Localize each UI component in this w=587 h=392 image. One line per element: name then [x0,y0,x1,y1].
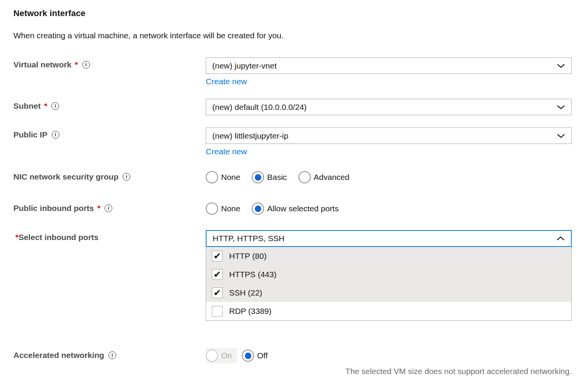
select-inbound-ports-combobox[interactable]: HTTP, HTTPS, SSH [206,230,572,247]
option-ssh-22[interactable]: ✔ SSH (22) [206,284,571,302]
row-virtual-network: Virtual network* i (new) jupyter-vnet Cr… [13,57,572,86]
radio-accelerated-off[interactable]: Off [242,350,268,362]
accelerated-networking-radio-group: On Off [206,348,572,363]
radio-circle-selected [242,350,254,362]
required-asterisk: * [44,101,47,111]
network-interface-form: Virtual network* i (new) jupyter-vnet Cr… [13,57,572,376]
info-icon[interactable]: i [105,204,112,212]
subnet-label: Subnet* i [13,99,206,111]
radio-circle [206,203,218,215]
option-rdp-3389[interactable]: RDP (3389) [206,302,571,320]
section-description: When creating a virtual machine, a netwo… [13,31,572,40]
radio-circle-selected [252,203,264,215]
radio-inbound-none[interactable]: None [206,203,240,215]
radio-nic-nsg-basic[interactable]: Basic [252,171,287,183]
row-public-ip: Public IP i (new) littlestjupyter-ip Cre… [13,127,572,156]
chevron-up-icon [556,236,565,241]
info-icon[interactable]: i [82,61,90,69]
radio-circle-selected [252,171,264,183]
checkbox-checked-icon[interactable]: ✔ [212,269,223,280]
chevron-down-icon [557,64,565,68]
required-asterisk: * [75,60,78,69]
row-accelerated-networking: Accelerated networking i On Off The sele… [13,348,572,376]
nic-nsg-label: NIC network security group i [13,170,206,181]
public-ip-dropdown[interactable]: (new) littlestjupyter-ip [206,127,572,144]
nic-nsg-radio-group: None Basic Advanced [206,170,572,185]
public-inbound-ports-radio-group: None Allow selected ports [206,201,572,216]
inbound-ports-option-list: ✔ HTTP (80) ✔ HTTPS (443) ✔ SSH (22) RDP… [206,247,572,321]
public-ip-create-new-link[interactable]: Create new [206,147,247,156]
public-ip-label: Public IP i [13,127,206,139]
virtual-network-dropdown[interactable]: (new) jupyter-vnet [206,57,572,74]
virtual-network-create-new-link[interactable]: Create new [206,77,247,86]
required-asterisk: * [15,233,18,242]
accelerated-networking-note: The selected VM size does not support ac… [206,367,572,376]
chevron-down-icon [557,105,565,109]
radio-nic-nsg-none[interactable]: None [206,171,240,183]
info-icon[interactable]: i [108,351,116,359]
option-https-443[interactable]: ✔ HTTPS (443) [206,265,571,284]
chevron-down-icon [557,134,565,138]
row-public-inbound-ports: Public inbound ports* i None Allow selec… [13,201,572,216]
row-select-inbound-ports: *Select inbound ports HTTP, HTTPS, SSH ✔… [13,230,572,321]
info-icon[interactable]: i [123,173,130,181]
required-asterisk: * [97,204,100,213]
subnet-dropdown[interactable]: (new) default (10.0.0.0/24) [206,99,572,115]
accelerated-networking-label: Accelerated networking i [13,348,206,360]
checkbox-checked-icon[interactable]: ✔ [212,287,223,298]
radio-accelerated-on-disabled: On [206,348,237,363]
radio-circle-disabled [206,350,218,362]
info-icon[interactable]: i [52,131,59,139]
page-title: Network interface [13,8,572,18]
virtual-network-label: Virtual network* i [13,57,206,69]
public-inbound-ports-label: Public inbound ports* i [13,201,206,213]
option-http-80[interactable]: ✔ HTTP (80) [206,247,571,265]
checkbox-checked-icon[interactable]: ✔ [212,251,223,261]
row-nic-nsg: NIC network security group i None Basic … [13,170,572,185]
radio-circle [206,171,218,183]
select-inbound-ports-label: *Select inbound ports [13,230,206,242]
radio-circle [298,171,311,183]
radio-nic-nsg-advanced[interactable]: Advanced [298,171,349,183]
checkbox-unchecked-icon[interactable] [212,306,223,317]
radio-inbound-allow-selected[interactable]: Allow selected ports [252,203,339,215]
info-icon[interactable]: i [51,102,59,110]
row-subnet: Subnet* i (new) default (10.0.0.0/24) [13,99,572,115]
network-interface-section: Network interface When creating a virtua… [0,0,587,376]
